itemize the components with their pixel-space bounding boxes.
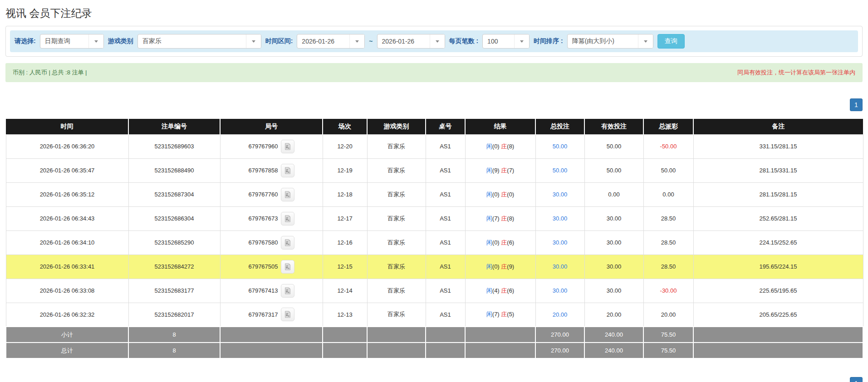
date-range-separator: ~ [369, 38, 373, 45]
cell-result: 闲(0) 庄(8) [465, 134, 535, 158]
video-replay-button[interactable] [281, 164, 294, 177]
cell-game-type: 百家乐 [367, 255, 426, 279]
column-header: 时间 [6, 119, 128, 134]
video-icon [284, 263, 291, 270]
total-bet-link[interactable]: 30.00 [553, 239, 568, 246]
cell-total-bet: 20.00 [535, 303, 584, 327]
summary-label: 总计 [6, 343, 128, 358]
video-replay-button[interactable] [281, 140, 294, 153]
payout-value: -30.00 [660, 287, 677, 294]
banker-result-label: 庄 [501, 311, 507, 318]
cell-payout: 20.00 [643, 303, 693, 327]
banker-result-label: 庄 [501, 215, 507, 222]
column-header: 结果 [465, 119, 535, 134]
total-bet-link[interactable]: 50.00 [553, 167, 568, 174]
total-bet-link[interactable]: 30.00 [553, 191, 568, 198]
video-replay-button[interactable] [281, 188, 294, 201]
player-result-label: 闲 [486, 143, 492, 150]
cell-valid-bet: 50.00 [584, 134, 643, 158]
summary-payout: 75.50 [643, 343, 693, 358]
round-number-text: 679767673 [248, 215, 278, 222]
round-number-text: 679767760 [248, 191, 278, 198]
page-size-label: 每页笔数 : [449, 37, 479, 45]
cell-table-number: AS1 [426, 206, 465, 230]
column-header: 场次 [323, 119, 367, 134]
player-result-label: 闲 [486, 191, 492, 198]
cell-round-number: 679767505 [220, 255, 323, 279]
cell-valid-bet: 20.00 [584, 303, 643, 327]
total-bet-link[interactable]: 30.00 [553, 287, 568, 294]
video-icon [284, 311, 291, 318]
cell-remark: 195.65/224.15 [693, 255, 863, 279]
cell-total-bet: 30.00 [535, 182, 584, 206]
cell-total-bet: 50.00 [535, 134, 584, 158]
chevron-down-icon [514, 34, 529, 48]
cell-bet-number: 523152688490 [128, 158, 220, 182]
video-replay-button[interactable] [281, 236, 294, 250]
total-bet-link[interactable]: 50.00 [553, 143, 568, 150]
banker-result-label: 庄 [501, 287, 507, 294]
cell-session: 12-17 [323, 206, 367, 230]
cell-round-number: 679767673 [220, 206, 323, 230]
cell-total-bet: 30.00 [535, 279, 584, 303]
cell-remark: 252.65/281.15 [693, 206, 863, 230]
cell-time: 2026-01-26 06:33:41 [6, 255, 128, 279]
summary-total-bet: 270.00 [535, 343, 584, 358]
cell-remark: 281.15/281.15 [693, 182, 863, 206]
chevron-down-icon [246, 34, 261, 48]
cell-table-number: AS1 [426, 303, 465, 327]
banker-result-label: 庄 [501, 263, 507, 270]
game-type-label: 游戏类别 [108, 37, 133, 45]
pagination-top: 1 [5, 98, 863, 111]
cell-table-number: AS1 [426, 279, 465, 303]
page-button-1[interactable]: 1 [850, 377, 863, 382]
cell-valid-bet: 30.00 [584, 255, 643, 279]
video-replay-button[interactable] [281, 308, 294, 321]
video-icon [284, 239, 291, 246]
cell-bet-number: 523152682017 [128, 303, 220, 327]
cell-time: 2026-01-26 06:34:43 [6, 206, 128, 230]
cell-session: 12-18 [323, 182, 367, 206]
summary-notice-bar: 币别 : 人民币 | 总共 :8 注单 | 同局有效投注，统一计算在该局第一张注… [5, 63, 863, 82]
cell-valid-bet: 30.00 [584, 279, 643, 303]
cell-session: 12-16 [323, 230, 367, 255]
filter-bar: 请选择: 日期查询 游戏类别 百家乐 时间区间: 2026-01-26 ~ 20… [10, 30, 858, 52]
query-type-select[interactable]: 日期查询 [40, 34, 104, 49]
page-size-select[interactable]: 100 [482, 34, 530, 49]
cell-remark: 224.15/252.65 [693, 230, 863, 255]
total-bet-link[interactable]: 30.00 [553, 263, 568, 270]
video-replay-button[interactable] [281, 212, 294, 225]
summary-valid-bet: 240.00 [584, 327, 643, 343]
summary-row: 小计 8 270.00 240.00 75.50 [6, 327, 863, 343]
total-bet-link[interactable]: 30.00 [553, 215, 568, 222]
query-button[interactable]: 查询 [657, 34, 685, 49]
round-number-text: 679767960 [248, 143, 278, 150]
date-from-input[interactable]: 2026-01-26 [297, 34, 365, 49]
bet-records-table: 时间注单编号局号场次游戏类别桌号结果总投注有效投注总派彩备注 2026-01-2… [5, 119, 863, 359]
video-replay-button[interactable] [281, 284, 294, 298]
summary-total-bet: 270.00 [535, 327, 584, 343]
cell-time: 2026-01-26 06:32:32 [6, 303, 128, 327]
player-result-label: 闲 [486, 263, 492, 270]
cell-payout: 28.50 [643, 230, 693, 255]
table-row: 2026-01-26 06:34:10 523152685290 6797675… [6, 230, 863, 255]
game-type-value: 百家乐 [138, 37, 246, 45]
game-type-select[interactable]: 百家乐 [137, 34, 261, 49]
total-bet-link[interactable]: 20.00 [553, 311, 568, 318]
cell-total-bet: 30.00 [535, 206, 584, 230]
column-header: 游戏类别 [367, 119, 426, 134]
cell-valid-bet: 0.00 [584, 182, 643, 206]
time-sort-select[interactable]: 降冪(由大到小) [567, 34, 653, 49]
cell-payout: -50.00 [643, 134, 693, 158]
payout-value: 28.50 [661, 263, 676, 270]
cell-time: 2026-01-26 06:36:20 [6, 134, 128, 158]
banker-result-label: 庄 [501, 143, 507, 150]
video-replay-button[interactable] [281, 260, 294, 274]
date-to-input[interactable]: 2026-01-26 [377, 34, 445, 49]
player-result-label: 闲 [486, 311, 492, 318]
query-type-value: 日期查询 [40, 37, 88, 45]
pagination-bottom: 1 [5, 377, 863, 382]
cell-payout: -30.00 [643, 279, 693, 303]
cell-bet-number: 523152686304 [128, 206, 220, 230]
page-button-1[interactable]: 1 [850, 98, 863, 111]
